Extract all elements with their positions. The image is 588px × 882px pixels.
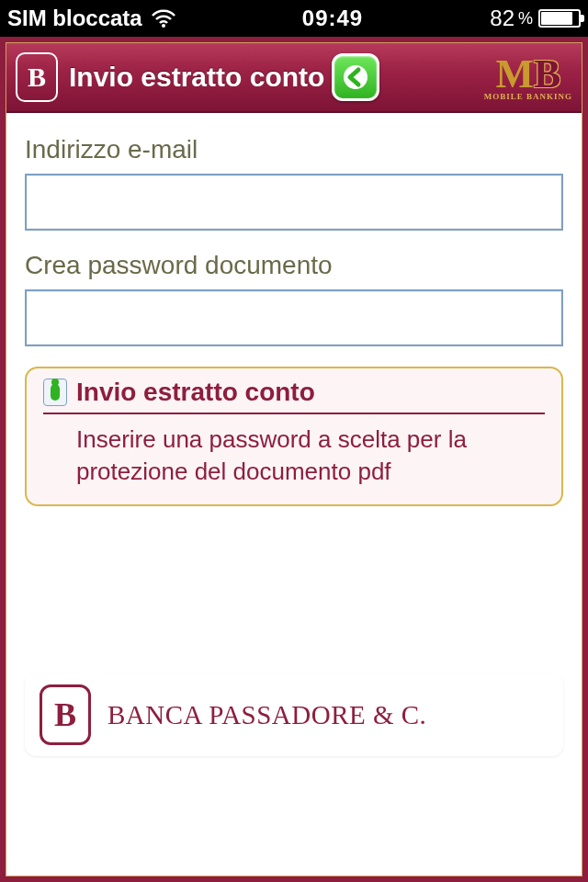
bank-footer: B BANCA PASSADORE & C. xyxy=(25,673,563,756)
battery-pct: 82 xyxy=(490,6,514,31)
wifi-icon xyxy=(152,9,175,28)
info-box: Invio estratto conto Inserire una passwo… xyxy=(25,367,563,506)
mb-logo-sub: MOBILE BANKING xyxy=(484,93,572,101)
pct-sign: % xyxy=(518,9,533,28)
password-field-block: Crea password documento xyxy=(25,251,563,346)
arrow-left-icon xyxy=(342,63,369,91)
content-area: Indirizzo e-mail Crea password documento… xyxy=(6,113,582,876)
info-icon xyxy=(43,379,67,406)
mb-logo: MB MOBILE BANKING xyxy=(484,54,572,101)
status-right: 82 % xyxy=(490,6,581,31)
password-input[interactable] xyxy=(25,289,563,346)
back-button[interactable] xyxy=(332,53,379,101)
carrier-text: SIM bloccata xyxy=(7,6,142,31)
email-input[interactable] xyxy=(25,174,563,231)
mb-logo-b: B xyxy=(534,51,560,96)
bank-name: BANCA PASSADORE & C. xyxy=(107,700,426,730)
info-head: Invio estratto conto xyxy=(43,378,545,414)
info-text: Inserire una password a scelta per la pr… xyxy=(43,424,545,488)
app-inner: B Invio estratto conto MB MOBILE BANKING… xyxy=(6,42,582,876)
email-label: Indirizzo e-mail xyxy=(25,135,563,164)
app-frame: B Invio estratto conto MB MOBILE BANKING… xyxy=(0,37,588,882)
mb-logo-m: M xyxy=(495,51,534,96)
bank-logo-icon: B xyxy=(40,684,91,745)
svg-point-0 xyxy=(162,24,165,28)
header-bar: B Invio estratto conto MB MOBILE BANKING xyxy=(6,43,582,113)
email-field-block: Indirizzo e-mail xyxy=(25,135,563,231)
status-bar: SIM bloccata 09:49 82 % xyxy=(0,0,588,37)
status-left: SIM bloccata xyxy=(7,6,175,31)
battery-icon xyxy=(538,9,581,28)
info-title: Invio estratto conto xyxy=(76,378,315,407)
password-label: Crea password documento xyxy=(25,251,563,280)
page-title: Invio estratto conto xyxy=(69,62,324,93)
status-time: 09:49 xyxy=(175,6,491,31)
bank-monogram-icon: B xyxy=(16,52,58,102)
svg-point-1 xyxy=(344,65,368,89)
